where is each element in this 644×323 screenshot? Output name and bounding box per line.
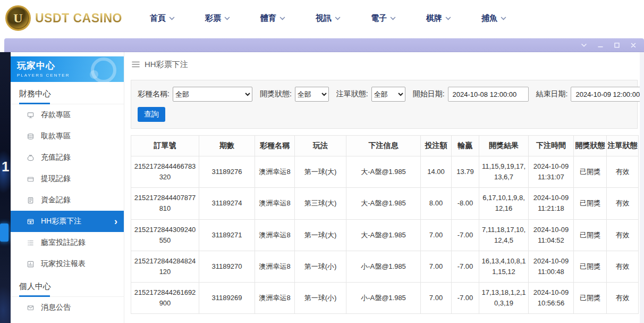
table-cell: 2152172844284824120	[131, 251, 199, 282]
main-panel: HH彩票下注 彩種名稱:全部開獎狀態:全部注單狀態:全部開始日期:結束日期: 查…	[124, 52, 644, 323]
filter-row: 彩種名稱:全部開獎狀態:全部注單狀態:全部開始日期:結束日期:	[138, 87, 631, 102]
table-cell: 有效	[607, 188, 639, 219]
table-header-row: 訂單號期數彩種名稱玩法下注信息投注額輸贏開獎結果下注時間開獎狀態注單狀態	[131, 136, 639, 156]
sidebar-item-hall[interactable]: 廳室投註記錄	[11, 232, 124, 253]
sidebar-item-cashout[interactable]: 提現記錄	[11, 168, 124, 189]
sidebar-item-label: 取款專區	[41, 131, 71, 141]
table-cell: 14.00	[421, 156, 452, 188]
end-date-input[interactable]	[571, 87, 644, 102]
funds-icon	[27, 196, 35, 204]
minimize-icon	[597, 42, 604, 48]
table-cell: 已開獎	[574, 251, 607, 282]
sidebar-item-label: 廳室投註記錄	[41, 238, 86, 247]
table-row: 215217284430924055031189271澳洲幸运8第一球(大)大-…	[131, 219, 639, 251]
table-cell: 17,13,18,1,2,10,3,19	[479, 283, 529, 314]
nav-item-3[interactable]: 視訊	[316, 13, 341, 23]
order-status-select[interactable]: 全部	[371, 87, 405, 102]
draw-status-select[interactable]: 全部	[295, 87, 329, 102]
table-cell: 第一球(大)	[295, 156, 346, 188]
column-header: 注單狀態	[607, 136, 639, 156]
nav-item-2[interactable]: 體育	[260, 13, 285, 23]
filter-start-date: 開始日期:	[413, 87, 529, 102]
lottery-name-select[interactable]: 全部	[173, 87, 252, 102]
logo-text: USDT CASINO	[35, 11, 122, 26]
table-cell: -7.00	[452, 251, 479, 282]
column-header: 下注信息	[346, 136, 421, 156]
sidebar-item-message[interactable]: 消息公告	[11, 297, 124, 318]
table-cell: 已開獎	[574, 219, 607, 251]
sidebar-item-label: 存款專區	[41, 110, 71, 120]
nav-item-label: 視訊	[316, 13, 332, 23]
nav-item-1[interactable]: 彩票	[205, 13, 230, 23]
sidebar-item-label: 玩家投注報表	[41, 259, 86, 269]
table-cell: 2024-10-09 10:56:56	[529, 283, 574, 314]
table-cell: 2024-10-09 11:00:48	[529, 251, 574, 282]
table-cell: 7.00	[421, 219, 452, 251]
window-minimize-button[interactable]	[595, 40, 606, 50]
table-row: 215217284428482412031189270澳洲幸运8第一球(小)小-…	[131, 251, 639, 282]
table-cell: 大-A盤@1.985	[346, 188, 421, 219]
recharge-icon	[27, 154, 35, 162]
table-cell: -8.00	[452, 188, 479, 219]
table-cell: 第一球(小)	[295, 283, 346, 314]
nav-item-label: 彩票	[205, 13, 221, 23]
cashout-icon	[27, 175, 35, 183]
sidebar-item-lottery[interactable]: HH彩票下注›	[11, 211, 124, 232]
table-cell: 11,15,9,19,17,13,6,7	[479, 156, 529, 188]
filter-label: 注單狀態:	[336, 89, 368, 99]
page-title: HH彩票下注	[145, 60, 188, 70]
chevron-down-icon	[581, 43, 587, 47]
nav-item-0[interactable]: 首頁	[150, 13, 175, 23]
table-cell: 第一球(大)	[295, 219, 346, 251]
start-date-input[interactable]	[448, 87, 529, 102]
section-label-text: 財務中心	[19, 89, 51, 98]
window-close-button[interactable]	[628, 40, 639, 50]
sidebar-item-funds[interactable]: 資金記錄	[11, 189, 124, 211]
chevron-down-icon	[335, 16, 341, 20]
chevron-down-icon	[501, 16, 506, 20]
hamburger-icon[interactable]	[132, 61, 140, 68]
sidebar-item-label: 消息公告	[41, 303, 71, 312]
table-cell: 澳洲幸运8	[255, 188, 295, 219]
table-body: 215217284446678332031189276澳洲幸运8第一球(大)大-…	[131, 156, 639, 314]
sidebar-item-label: 提現記錄	[41, 174, 71, 184]
chevron-down-icon	[224, 16, 230, 20]
column-header: 輸贏	[452, 136, 479, 156]
table-cell: 大-A盤@1.985	[346, 219, 421, 251]
hall-icon	[27, 239, 35, 247]
nav-item-label: 電子	[371, 13, 387, 23]
nav-item-4[interactable]: 電子	[371, 13, 396, 23]
search-button[interactable]: 查詢	[138, 107, 165, 122]
nav-item-label: 捕魚	[481, 13, 497, 23]
sidebar-header: 玩家中心 PLAYERS CENTER	[11, 56, 124, 82]
table-cell: 31189269	[199, 283, 255, 314]
filter-label: 結束日期:	[536, 89, 568, 99]
table-cell: 31189276	[199, 156, 255, 188]
window-collapse-button[interactable]	[579, 40, 589, 50]
table-cell: 2152172844466783320	[131, 156, 199, 188]
filter-draw-status: 開獎狀態:全部	[260, 87, 329, 102]
sidebar-item-recharge[interactable]: 充值記錄	[11, 147, 124, 168]
breadcrumb: HH彩票下注	[124, 52, 644, 77]
scrollbar[interactable]	[640, 52, 644, 323]
nav-item-6[interactable]: 捕魚	[481, 13, 506, 23]
table-cell: 已開獎	[574, 283, 607, 314]
chevron-down-icon	[445, 16, 451, 20]
sidebar-menu: 財務中心存款專區取款專區充值記錄提現記錄資金記錄HH彩票下注›廳室投註記錄玩家投…	[11, 82, 124, 318]
column-header: 玩法	[295, 136, 346, 156]
sidebar-item-deposit[interactable]: 存款專區	[11, 104, 124, 126]
table-cell: 31189274	[199, 188, 255, 219]
table-cell: 2152172844309240550	[131, 219, 199, 251]
chevron-down-icon	[279, 16, 285, 20]
sidebar-item-withdraw[interactable]: 取款專區	[11, 126, 124, 147]
table-row: 215217284440787781031189274澳洲幸运8第三球(大)大-…	[131, 188, 639, 219]
table-cell: 小-A盤@1.985	[346, 283, 421, 314]
filter-lottery-name: 彩種名稱:全部	[138, 87, 252, 102]
table-cell: 31189271	[199, 219, 255, 251]
nav-item-5[interactable]: 棋牌	[426, 13, 451, 23]
filter-panel: 彩種名稱:全部開獎狀態:全部注單狀態:全部開始日期:結束日期: 查詢	[131, 80, 638, 129]
sidebar-item-report[interactable]: 玩家投注報表	[11, 253, 124, 275]
window-maximize-button[interactable]	[612, 40, 622, 50]
table-cell: 有效	[607, 219, 639, 251]
nav-item-label: 首頁	[150, 13, 166, 23]
